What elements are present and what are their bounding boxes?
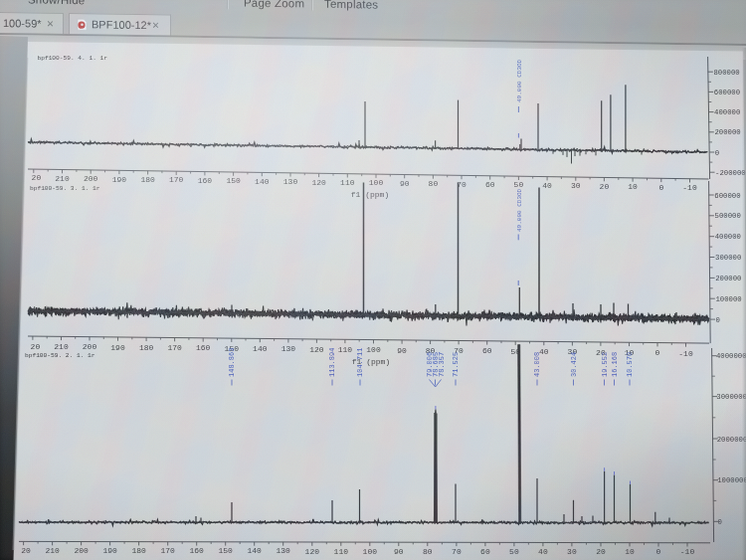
svg-text:49.000 CD3OD: 49.000 CD3OD [516,188,523,232]
svg-text:120: 120 [305,547,320,556]
svg-text:200000: 200000 [715,275,741,282]
svg-text:100000: 100000 [715,295,741,303]
svg-text:40: 40 [538,547,548,556]
svg-text:110: 110 [340,178,355,187]
svg-text:300000: 300000 [715,254,741,262]
svg-text:-10: -10 [682,183,697,192]
svg-text:210: 210 [55,174,70,183]
svg-text:-10: -10 [678,349,693,358]
svg-text:190: 190 [112,175,127,184]
svg-text:78.357: 78.357 [438,352,446,377]
svg-text:60: 60 [480,547,490,556]
svg-text:104.711: 104.711 [356,348,364,377]
svg-text:bpf100-59. 2. 1. 1r: bpf100-59. 2. 1. 1r [25,352,95,359]
svg-text:bpf100-59. 4. 1. 1r: bpf100-59. 4. 1. 1r [38,55,108,62]
svg-text:170: 170 [160,546,175,555]
svg-text:600000: 600000 [714,192,740,200]
svg-text:200: 200 [74,546,89,555]
svg-text:0: 0 [655,348,660,357]
svg-text:19.552: 19.552 [601,352,609,377]
svg-text:110: 110 [334,547,349,556]
svg-text:100: 100 [363,547,378,556]
svg-text:130: 130 [283,177,298,186]
svg-text:30.424: 30.424 [570,352,578,377]
svg-text:90: 90 [394,547,404,556]
svg-text:80: 80 [429,179,439,188]
svg-text:90: 90 [400,179,410,188]
svg-text:400000: 400000 [715,233,741,241]
svg-text:0: 0 [715,149,719,157]
svg-text:20: 20 [596,547,606,556]
svg-text:600000: 600000 [714,89,740,96]
svg-text:200000: 200000 [714,128,740,136]
svg-text:140: 140 [255,177,270,186]
svg-text:90: 90 [397,346,407,355]
svg-text:400000: 400000 [714,108,740,116]
svg-text:10: 10 [625,547,635,556]
svg-text:10.570: 10.570 [626,352,634,377]
svg-text:50: 50 [514,180,524,189]
svg-text:0: 0 [718,518,722,526]
svg-text:180: 180 [140,175,155,184]
svg-text:150: 150 [218,546,233,555]
svg-text:190: 190 [102,546,117,555]
svg-text:10: 10 [628,182,638,191]
svg-text:20: 20 [31,342,41,351]
svg-text:100: 100 [369,178,384,187]
svg-text:20: 20 [600,182,610,191]
svg-text:60: 60 [485,180,495,189]
svg-text:160: 160 [196,343,211,352]
svg-text:200: 200 [83,342,97,351]
svg-text:170: 170 [167,343,182,352]
svg-text:130: 130 [276,546,290,555]
svg-text:800000: 800000 [713,69,739,77]
svg-text:20: 20 [32,173,42,182]
svg-text:30: 30 [571,181,581,190]
svg-text:0: 0 [658,183,663,192]
svg-text:210: 210 [45,546,60,555]
svg-text:170: 170 [169,175,184,184]
svg-text:110: 110 [338,345,353,354]
svg-text:f1 (ppm): f1 (ppm) [351,190,389,199]
svg-text:180: 180 [131,546,146,555]
svg-text:113.894: 113.894 [328,348,336,377]
svg-text:-10: -10 [680,547,695,556]
svg-text:60: 60 [482,346,492,355]
svg-text:20: 20 [21,546,31,555]
svg-text:210: 210 [54,342,69,351]
svg-text:150: 150 [226,176,241,185]
svg-text:40: 40 [542,181,552,190]
svg-text:190: 190 [110,343,125,352]
svg-text:71.525: 71.525 [452,352,460,377]
svg-text:180: 180 [139,343,154,352]
svg-text:70: 70 [452,547,462,556]
svg-text:120: 120 [309,345,324,354]
svg-text:16.168: 16.168 [611,352,619,377]
svg-text:0: 0 [716,316,720,324]
svg-text:80: 80 [423,547,433,556]
svg-text:160: 160 [198,176,213,185]
svg-text:160: 160 [189,546,204,555]
svg-text:140: 140 [247,546,262,555]
svg-text:49.000 CD3OD: 49.000 CD3OD [516,59,523,102]
svg-text:120: 120 [311,178,326,187]
svg-text:30: 30 [567,547,577,556]
svg-text:148.863: 148.863 [228,348,236,377]
svg-text:130: 130 [281,344,296,353]
svg-text:50: 50 [509,547,519,556]
svg-text:bpf100-59. 3. 1. 1r: bpf100-59. 3. 1. 1r [30,185,100,192]
svg-text:500000: 500000 [715,212,741,220]
svg-text:100: 100 [366,345,381,354]
svg-text:43.008: 43.008 [533,352,541,377]
svg-text:0: 0 [656,547,661,556]
svg-text:200: 200 [84,174,98,183]
svg-text:140: 140 [253,344,268,353]
